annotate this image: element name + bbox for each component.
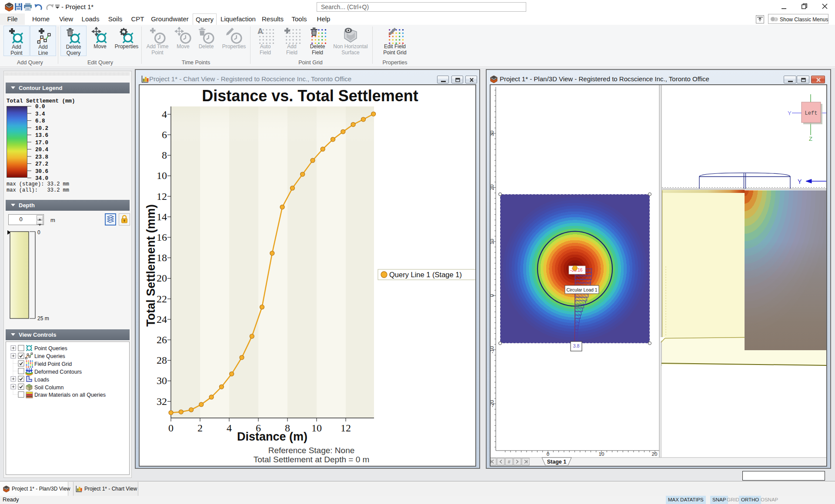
- svg-text:16: 16: [157, 232, 167, 243]
- svg-text:14: 14: [157, 211, 167, 222]
- svg-text:32: 32: [157, 396, 167, 407]
- svg-text:0: 0: [168, 422, 174, 434]
- svg-text:Distance vs. Total Settlement: Distance vs. Total Settlement: [202, 87, 418, 105]
- svg-text:Z: Z: [809, 136, 812, 142]
- svg-text:0: 0: [490, 294, 494, 297]
- svg-text:Y: Y: [788, 110, 792, 116]
- svg-text:26: 26: [157, 334, 167, 345]
- svg-text:Query Line 1 (Stage 1): Query Line 1 (Stage 1): [389, 271, 462, 279]
- svg-text:2: 2: [197, 422, 203, 434]
- svg-text:0: 0: [37, 229, 40, 235]
- svg-text:Circular Load 1: Circular Load 1: [566, 287, 597, 292]
- svg-text:20: 20: [157, 272, 167, 284]
- svg-text:20: 20: [490, 185, 494, 190]
- svg-text:Stage 1: Stage 1: [547, 459, 567, 465]
- svg-text:20: 20: [652, 451, 658, 457]
- svg-text:10: 10: [599, 451, 605, 457]
- svg-text:4: 4: [227, 422, 232, 434]
- svg-text:Total Settlement at Depth = 0: Total Settlement at Depth = 0 m: [254, 455, 370, 464]
- svg-text:30: 30: [157, 375, 167, 386]
- svg-text:Y: Y: [798, 178, 802, 185]
- svg-text:Left: Left: [805, 110, 818, 116]
- svg-text:#: #: [508, 459, 511, 464]
- svg-text:6: 6: [162, 129, 167, 140]
- svg-text:10: 10: [311, 422, 322, 434]
- svg-text:12: 12: [157, 191, 167, 202]
- svg-text:4: 4: [162, 109, 167, 120]
- svg-text:8: 8: [162, 149, 167, 161]
- svg-text:18: 18: [157, 252, 167, 263]
- svg-text:22: 22: [157, 293, 167, 305]
- svg-text:10: 10: [157, 170, 167, 181]
- svg-text:-10: -10: [490, 346, 494, 354]
- svg-text:Reference Stage: None: Reference Stage: None: [268, 446, 355, 455]
- svg-text:Total Settlement (mm): Total Settlement (mm): [144, 204, 157, 327]
- svg-text:Distance (m): Distance (m): [237, 430, 307, 443]
- svg-text:0: 0: [547, 451, 549, 457]
- svg-text:-20: -20: [490, 400, 494, 408]
- svg-text:30: 30: [490, 131, 494, 136]
- svg-text:24: 24: [157, 314, 167, 325]
- svg-text:10: 10: [490, 239, 494, 245]
- svg-text:12: 12: [341, 422, 351, 434]
- svg-text:28: 28: [157, 355, 167, 366]
- svg-text:25 m: 25 m: [37, 315, 49, 321]
- svg-text:3.8: 3.8: [573, 343, 580, 348]
- svg-text:A: A: [257, 27, 263, 36]
